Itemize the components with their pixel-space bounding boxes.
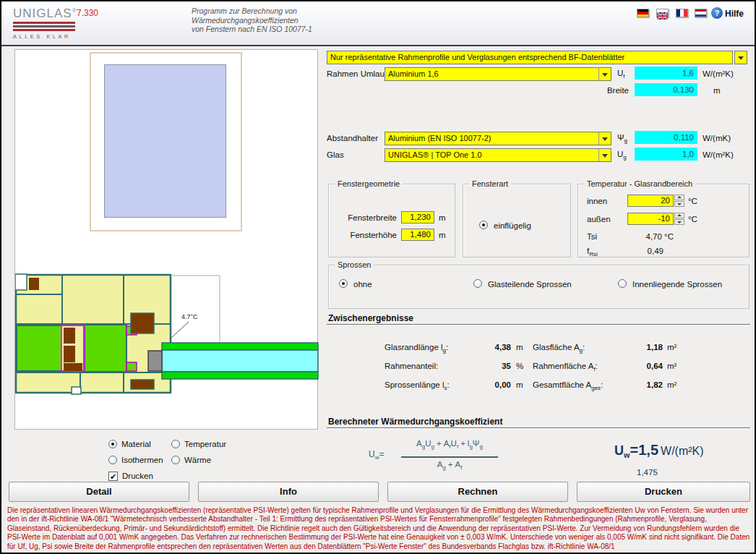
edge-temperature-annotation: 4.7°C [181, 313, 198, 320]
radio-material-label: Material [121, 440, 151, 448]
fensterhoehe-unit: m [439, 231, 446, 239]
logo-bar [13, 25, 75, 27]
drucken-button[interactable]: Drucken [577, 482, 750, 502]
spacer-select[interactable]: Aluminium (EN ISO 10077-2) [385, 132, 611, 145]
frame-profile-value: Aluminium 1,6 [388, 69, 439, 78]
spin-up-icon[interactable] [674, 195, 684, 200]
uniglas-logo: UNIGLAS® ALLES KLAR [13, 4, 75, 40]
radio-einfluegelig-label: einflügelig [494, 221, 531, 230]
spin-up-icon[interactable] [674, 213, 684, 218]
help-icon[interactable]: ? [711, 7, 723, 19]
radio-innenliegende-sprossen[interactable] [618, 279, 627, 288]
uf-value-field: 1,6 [635, 67, 697, 80]
spacer-value: Aluminium (EN ISO 10077-2) [388, 134, 491, 142]
breite-value-field: 0,130 [635, 83, 697, 96]
temperature-groupbox: Temperatur - Glasrandbereich innen 20 °C… [577, 184, 749, 257]
intermediate-results-heading: Zwischenergebnisse [328, 313, 413, 323]
sprossen-title: Sprossen [335, 260, 374, 269]
rahmenanteil-value: 35 [457, 362, 511, 370]
window-type-title: Fensterart [469, 179, 511, 188]
spacer-row-label: Abstandhalter [327, 134, 378, 142]
datasheet-filter-value: Nur repräsentative Rahmenprofile und Ver… [330, 53, 624, 61]
calculated-u-value-heading: Berechneter Wärmedurchgangskoeffizient [328, 417, 502, 427]
drucken-checkbox[interactable]: ✔ [108, 472, 118, 481]
tsi-value: 4,70 °C [607, 232, 674, 241]
geometry-title: Fenstergeometrie [335, 179, 403, 188]
radio-material[interactable] [108, 440, 117, 448]
radio-sprossen-ohne[interactable] [339, 279, 348, 288]
dropdown-arrow-icon[interactable] [598, 132, 611, 145]
fensterbreite-label: Fensterbreite [340, 213, 397, 222]
frame-row-label: Rahmen Umlauf [327, 69, 387, 78]
logo-text: UNIGLAS [13, 7, 72, 20]
temperature-title: Temperatur - Glasrandbereich [584, 179, 695, 188]
section-divider [327, 324, 750, 325]
radio-sprossen-ohne-label: ohne [353, 280, 372, 289]
drawing-panel: 4.7°C [14, 49, 318, 430]
rahmenflaeche-value: 0,64 [609, 362, 663, 370]
radio-glasteilende-sprossen-label: Glasteilende Sprossen [488, 280, 572, 289]
radio-temperatur[interactable] [171, 440, 180, 448]
aussen-label: außen [587, 215, 611, 223]
view-options: Material Temperatur Isothermen Wärme ✔ D… [108, 436, 267, 484]
psi-value-field: 0,110 [635, 131, 697, 144]
radio-waerme[interactable] [171, 456, 180, 464]
frsi-value: 0,49 [607, 247, 663, 255]
rechnen-button[interactable]: Rechnen [387, 482, 568, 502]
help-button[interactable]: Hilfe [725, 9, 744, 19]
glasrandlaenge-value: 4,38 [457, 343, 511, 351]
drucken-checkbox-label: Drucken [122, 472, 153, 480]
innen-input[interactable]: 20 [627, 195, 674, 207]
ug-unit: W/(m²K) [703, 150, 734, 159]
dropdown-arrow-icon[interactable] [598, 149, 611, 161]
section-divider [327, 427, 750, 429]
aussen-unit: °C [688, 215, 697, 223]
datasheet-filter-select[interactable]: Nur repräsentative Rahmenprofile und Ver… [327, 51, 733, 64]
uf-symbol: Uf [617, 69, 625, 80]
frame-cross-section-drawing: 4.7°C [15, 271, 319, 396]
program-description: Programm zur Berechnung von Wärmedurchga… [192, 7, 312, 34]
detail-button[interactable]: Detail [9, 482, 189, 502]
fensterhoehe-label: Fensterhöhe [340, 231, 397, 239]
radio-glasteilende-sprossen[interactable] [473, 279, 482, 288]
window-elevation-frame [90, 52, 242, 231]
info-button[interactable]: Info [198, 482, 379, 502]
logo-bar [13, 29, 75, 31]
glass-value: UNIGLAS® | TOP One 1.0 [388, 150, 482, 159]
fensterbreite-unit: m [439, 213, 446, 222]
spin-down-icon[interactable] [674, 201, 684, 207]
frame-profile-select[interactable]: Aluminium 1,6 [385, 67, 611, 81]
psi-footnote-text: Die repräsentativen linearen Wärmedurchg… [7, 506, 752, 551]
breite-label: Breite [580, 86, 629, 95]
innen-label: innen [587, 197, 607, 205]
fensterbreite-input[interactable]: 1,230 [401, 211, 434, 223]
annotation-leader-line [170, 322, 189, 339]
fensterhoehe-input[interactable]: 1,480 [401, 229, 434, 241]
flag-netherlands-icon[interactable] [695, 9, 707, 17]
window-elevation-glass [104, 64, 226, 218]
aussen-input[interactable]: -10 [627, 213, 674, 225]
frsi-label: fRsi [587, 247, 598, 257]
glass-select[interactable]: UNIGLAS® | TOP One 1.0 [385, 148, 611, 162]
radio-innenliegende-sprossen-label: Innenliegende Sprossen [632, 280, 722, 289]
window-type-groupbox: Fensterart einflügelig [463, 184, 571, 257]
breite-unit: m [713, 86, 721, 95]
uw-result: Uw=1,5W/(m²K) [614, 442, 704, 459]
header: UNIGLAS® ALLES KLAR 7.330 Programm zur B… [1, 1, 755, 46]
sprossen-groupbox: Sprossen ohne Glasteilende Sprossen Inne… [328, 265, 749, 309]
glazing-unit [148, 276, 318, 379]
spin-down-icon[interactable] [674, 219, 684, 225]
dropdown-arrow-icon[interactable] [598, 68, 611, 80]
innen-unit: °C [688, 197, 697, 205]
dropdown-arrow-icon[interactable] [734, 51, 747, 64]
flag-france-icon[interactable] [676, 9, 688, 17]
logo-bar [13, 22, 75, 24]
glasflaeche-value: 1,18 [609, 343, 663, 351]
radio-isothermen-label: Isothermen [121, 456, 163, 464]
flag-germany-icon[interactable] [637, 9, 649, 17]
psi-unit: W/(mK) [703, 134, 731, 142]
flag-uk-icon[interactable] [656, 9, 669, 17]
radio-isothermen[interactable] [108, 456, 117, 464]
radio-einfluegelig[interactable] [479, 221, 488, 229]
innen-spinner [674, 195, 684, 207]
